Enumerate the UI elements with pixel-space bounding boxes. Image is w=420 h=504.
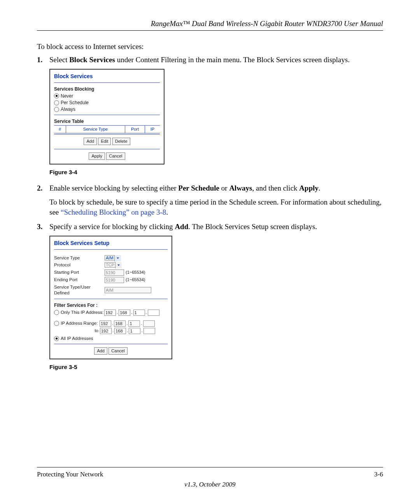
user-defined-input[interactable]: AIM (105, 287, 151, 293)
only-ip-oct2[interactable]: 168 (119, 310, 130, 316)
step2-b2: Always (229, 184, 252, 192)
fig35-screenshot: Block Services Setup Service Type AIM Pr… (49, 236, 172, 360)
fig34-delete-button[interactable]: Delete (112, 138, 130, 145)
fig35-caption: Figure 3-5 (49, 363, 383, 371)
end-port-hint: (1~65534) (126, 277, 145, 283)
step2-mid2: , and then click (252, 184, 299, 192)
service-table: # Service Type Port IP (54, 125, 160, 135)
step2-l2-end: . (166, 208, 168, 216)
step1-bold: Block Services (69, 56, 115, 64)
chevron-down-icon[interactable] (115, 262, 122, 268)
th-port: Port (125, 126, 145, 133)
only-ip-oct1[interactable]: 192 (104, 310, 116, 316)
th-type: Service Type (66, 126, 125, 133)
radio-per-schedule-label: Per Schedule (61, 100, 89, 106)
protocol-select[interactable]: TCP (105, 262, 122, 268)
step2-b1: Per Schedule (178, 184, 219, 192)
step3-post: . The Block Services Setup screen displa… (188, 222, 317, 231)
radio-never-row[interactable]: Never (54, 93, 160, 99)
fig35-cancel-button[interactable]: Cancel (108, 347, 127, 355)
start-port-input[interactable]: 5190 (105, 270, 124, 276)
range-to-oct2[interactable]: 168 (114, 328, 126, 334)
intro-text: To block access to Internet services: (37, 42, 383, 51)
th-ip: IP (145, 126, 160, 133)
page-footer: Protecting Your Network 3-6 v1.3, Octobe… (37, 467, 383, 488)
fig34-table-heading: Service Table (54, 118, 160, 124)
fig34-blocking-heading: Services Blocking (54, 86, 160, 92)
lbl-protocol: Protocol (54, 262, 105, 268)
radio-only-ip[interactable] (54, 310, 59, 315)
step1-pre: Select (49, 56, 69, 64)
step3-pre: Specify a service for blocking by clicki… (49, 222, 175, 231)
range-from-oct3[interactable]: 1 (128, 320, 140, 327)
step2-pre: Enable service blocking by selecting eit… (49, 184, 178, 192)
radio-only-ip-label: Only This IP Address: (61, 310, 103, 316)
radio-ip-range-label: IP Address Range: (61, 320, 100, 327)
radio-ip-range[interactable] (54, 321, 59, 326)
step2-b3: Apply (299, 184, 318, 192)
only-ip-oct3[interactable]: 1 (133, 310, 145, 316)
radio-always-label: Always (61, 106, 75, 112)
fig34-caption: Figure 3-4 (49, 168, 383, 176)
range-from-oct4[interactable] (143, 320, 155, 327)
filter-heading: Filter Services For : (54, 302, 168, 308)
range-to-oct3[interactable]: 1 (129, 328, 140, 334)
radio-always[interactable] (54, 107, 59, 112)
fig35-title: Block Services Setup (54, 240, 168, 247)
step2-end: . (318, 184, 320, 192)
fig34-apply-button[interactable]: Apply (89, 152, 105, 160)
th-num: # (54, 126, 66, 133)
fig34-screenshot: Block Services Services Blocking Never P… (49, 69, 164, 164)
range-to-oct1[interactable]: 192 (100, 328, 112, 334)
fig34-edit-button[interactable]: Edit (98, 138, 111, 145)
scheduling-blocking-link[interactable]: “Scheduling Blocking” on page 3-8 (61, 208, 166, 216)
manual-title: RangeMax™ Dual Band Wireless-N Gigabit R… (151, 19, 383, 28)
radio-never-label: Never (61, 93, 73, 99)
step3-bold: Add (175, 222, 188, 231)
lbl-user-defined: Service Type/User Defined (54, 284, 105, 296)
radio-never[interactable] (54, 93, 59, 98)
range-to-oct4[interactable] (144, 328, 155, 334)
service-type-select[interactable]: AIM (105, 255, 121, 261)
step-3: Specify a service for blocking by clicki… (37, 222, 383, 371)
fig34-add-button[interactable]: Add (84, 138, 97, 145)
fig34-cancel-button[interactable]: Cancel (106, 152, 125, 160)
radio-all-ip[interactable] (54, 336, 59, 341)
end-port-input[interactable]: 5190 (105, 277, 124, 283)
radio-always-row[interactable]: Always (54, 106, 160, 112)
range-from-oct2[interactable]: 168 (114, 320, 126, 327)
page-header: RangeMax™ Dual Band Wireless-N Gigabit R… (37, 19, 383, 31)
lbl-end-port: Ending Port (54, 277, 105, 283)
footer-section: Protecting Your Network (37, 471, 103, 478)
only-ip-oct4[interactable] (148, 310, 159, 316)
start-port-hint: (1~65534) (126, 270, 145, 275)
step-1: Select Block Services under Content Filt… (37, 55, 383, 176)
radio-per-schedule-row[interactable]: Per Schedule (54, 100, 160, 106)
lbl-service-type: Service Type (54, 255, 105, 261)
to-label: to (54, 328, 100, 334)
step1-post: under Content Filtering in the main menu… (115, 56, 350, 64)
step2-mid: or (219, 184, 229, 192)
fig34-title: Block Services (54, 73, 160, 80)
fig35-add-button[interactable]: Add (94, 347, 107, 355)
range-from-oct1[interactable]: 192 (100, 320, 111, 327)
chevron-down-icon[interactable] (114, 255, 121, 261)
footer-page: 3-6 (374, 471, 383, 478)
footer-version: v1.3, October 2009 (37, 481, 383, 488)
radio-all-ip-label: All IP Addresses (61, 336, 93, 342)
radio-per-schedule[interactable] (54, 100, 59, 105)
lbl-start-port: Starting Port (54, 270, 105, 276)
step-2: Enable service blocking by selecting eit… (37, 183, 383, 217)
